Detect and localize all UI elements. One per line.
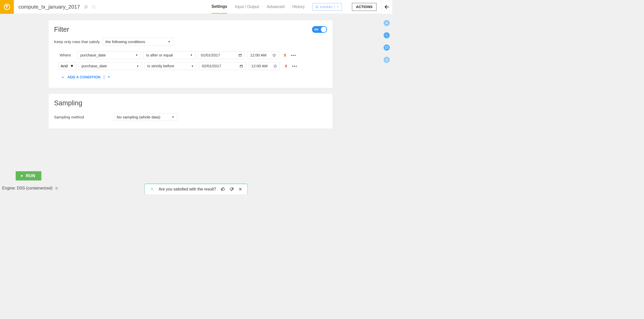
calendar-icon xyxy=(240,64,243,68)
date-input[interactable]: 01/01/2017 xyxy=(198,51,245,59)
date-input[interactable]: 02/01/2017 xyxy=(199,62,246,70)
plus-icon: ＋ xyxy=(61,74,65,80)
recipe-logo[interactable] xyxy=(0,0,14,14)
svg-rect-9 xyxy=(240,65,243,67)
operator-select[interactable]: Is after or equal ▼ xyxy=(143,51,196,59)
chevron-down-icon: ▼ xyxy=(172,116,174,118)
filter-toggle[interactable]: ON xyxy=(312,26,327,33)
gear-icon[interactable] xyxy=(55,186,59,190)
filter-mode-select[interactable]: the following conditions ▼ xyxy=(102,38,173,46)
actions-button[interactable]: ACTIONS xyxy=(352,3,377,11)
more-icon[interactable]: ••• xyxy=(292,63,298,68)
column-select[interactable]: purchase_date ▼ xyxy=(77,51,141,59)
operator-select[interactable]: Is strictly before ▼ xyxy=(144,62,197,70)
svg-point-11 xyxy=(56,188,57,189)
thumb-down-icon[interactable] xyxy=(230,187,234,191)
chevron-down-icon: ▼ xyxy=(191,65,194,68)
filter-panel: Filter ON Keep only rows that satisfy th… xyxy=(48,20,333,88)
condition-row: And ▼ purchase_date ▼ Is strictly before… xyxy=(60,62,327,70)
add-condition-button[interactable]: ＋ ADD A CONDITION ▼ xyxy=(60,74,327,80)
calendar-icon xyxy=(238,53,242,57)
clock-icon xyxy=(273,53,276,57)
chevron-down-icon[interactable]: ▼ xyxy=(108,76,110,79)
chevron-down-icon: ▼ xyxy=(168,40,170,43)
saved-button[interactable]: SAVED! ▼ xyxy=(312,3,342,11)
chevron-down-icon: ▼ xyxy=(190,54,193,56)
sampling-method-select[interactable]: No sampling (whole data) ▼ xyxy=(114,113,177,121)
chevron-down-icon: ▼ xyxy=(70,64,74,68)
close-icon[interactable] xyxy=(238,187,242,191)
column-select[interactable]: purchase_date ▼ xyxy=(78,62,142,70)
svg-rect-5 xyxy=(386,35,387,36)
more-icon[interactable]: ••• xyxy=(291,53,296,57)
logic-select[interactable]: And ▼ xyxy=(58,62,76,70)
tab-settings[interactable]: Settings xyxy=(211,0,227,14)
clock-icon xyxy=(274,64,277,68)
chevron-down-icon: ▼ xyxy=(136,54,138,56)
rail-chat-icon[interactable] xyxy=(384,45,390,51)
sparkle-icon xyxy=(150,187,154,191)
tab-history[interactable]: History xyxy=(292,0,305,14)
feedback-bar: Are you satisfied with the result? xyxy=(144,184,248,194)
svg-rect-2 xyxy=(85,6,87,8)
time-input[interactable]: 12:00 AM xyxy=(247,51,279,59)
svg-point-4 xyxy=(386,35,387,35)
condition-row: Where purchase_date ▼ Is after or equal … xyxy=(60,51,327,59)
chevron-down-icon: ▼ xyxy=(137,65,139,68)
time-input[interactable]: 12:00 AM xyxy=(248,62,280,70)
history-icon[interactable] xyxy=(91,5,96,9)
rail-info-icon[interactable] xyxy=(384,32,390,38)
thumbum-up-icon[interactable] xyxy=(221,187,225,191)
filter-title: Filter xyxy=(54,26,69,33)
copy-icon[interactable] xyxy=(84,5,88,9)
delete-icon[interactable] xyxy=(283,53,287,57)
tab-advanced[interactable]: Advanced xyxy=(267,0,284,14)
engine-status: Engine: DSS (containerized) xyxy=(2,186,59,190)
sampling-title: Sampling xyxy=(54,99,327,107)
svg-rect-1 xyxy=(85,5,87,8)
play-icon xyxy=(20,174,23,177)
svg-rect-7 xyxy=(239,54,241,56)
back-arrow-icon[interactable] xyxy=(381,0,392,14)
rail-clock-icon[interactable] xyxy=(384,57,390,63)
saved-dropdown-icon[interactable]: ▼ xyxy=(334,6,339,8)
delete-icon[interactable] xyxy=(284,64,288,68)
run-button[interactable]: RUN xyxy=(16,171,41,181)
page-title: compute_tx_january_2017 xyxy=(18,4,80,10)
sampling-panel: Sampling Sampling method No sampling (wh… xyxy=(48,93,333,129)
toggle-knob xyxy=(321,27,327,32)
rail-add-icon[interactable] xyxy=(384,20,390,26)
tab-input-output[interactable]: Input / Output xyxy=(235,0,259,14)
